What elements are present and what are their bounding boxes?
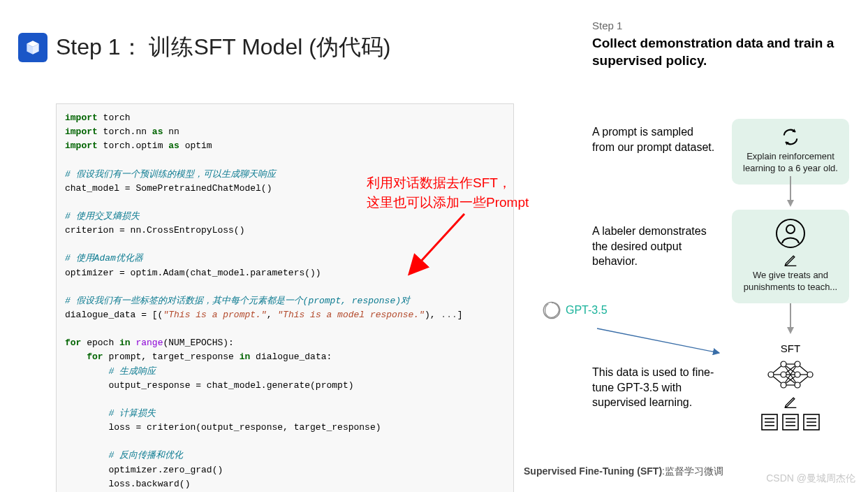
person-icon: [775, 218, 806, 249]
svg-point-5: [786, 225, 795, 233]
openai-icon: [542, 301, 561, 320]
step-desc-1: A prompt is sampled from our prompt data…: [592, 124, 718, 154]
step-label: Step 1: [592, 20, 622, 31]
pencil-icon: [784, 395, 797, 409]
svg-line-2: [597, 328, 719, 353]
page-title: Step 1： 训练SFT Model (伪代码): [56, 32, 391, 63]
flow-arrow-2-icon: [785, 302, 796, 335]
svg-point-23: [781, 361, 786, 367]
step-desc-2: A labeler demonstrates the desired outpu…: [592, 224, 718, 269]
svg-point-22: [768, 372, 774, 377]
svg-point-27: [795, 372, 800, 377]
svg-point-28: [795, 382, 800, 388]
svg-point-24: [781, 372, 786, 377]
step-heading: Collect demonstration data and train a s…: [592, 35, 837, 69]
network-icon: [764, 357, 817, 392]
refresh-icon: [781, 127, 800, 147]
gpt-badge: GPT-3.5: [542, 301, 608, 320]
card-labeler: We give treats and punishments to teach.…: [732, 210, 849, 303]
svg-point-1: [543, 302, 559, 318]
step-desc-3: This data is used to fine-tune GPT-3.5 w…: [592, 365, 718, 410]
app-icon: [18, 33, 47, 62]
footer-caption: Supervised Fine-Tuning (SFT):监督学习微调: [524, 465, 723, 478]
svg-point-29: [807, 372, 813, 377]
card-sft: SFT: [732, 342, 849, 433]
svg-point-25: [781, 382, 786, 388]
pencil-icon: [784, 253, 797, 267]
annotation-text: 利用对话数据去作SFT， 这里也可以添加一些Prompt: [367, 173, 529, 212]
code-block: import torch import torch.nn as nn impor…: [56, 103, 514, 492]
svg-point-26: [795, 361, 800, 367]
watermark: CSDN @曼城周杰伦: [766, 472, 855, 485]
documents-icon: [759, 412, 822, 433]
flow-arrow-1-icon: [785, 175, 796, 208]
cue-arrow-icon: [590, 321, 730, 363]
